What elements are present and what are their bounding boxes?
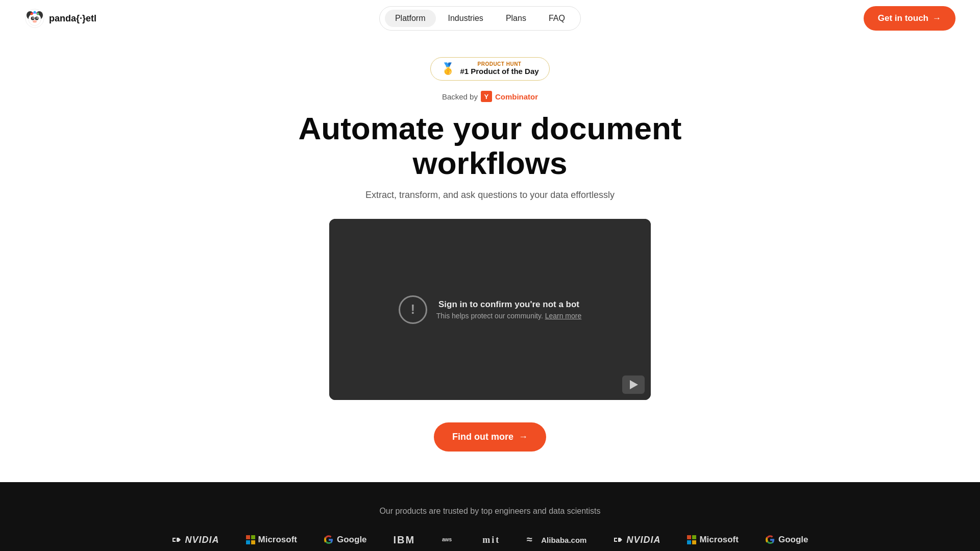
nav-platform[interactable]: Platform xyxy=(385,10,436,27)
video-player[interactable]: ! Sign in to confirm you're not a bot Th… xyxy=(329,219,651,399)
video-container[interactable]: ! Sign in to confirm you're not a bot Th… xyxy=(329,219,651,399)
trusted-section: Our products are trusted by top engineer… xyxy=(0,482,980,551)
svg-point-7 xyxy=(37,17,38,18)
play-triangle-icon xyxy=(630,380,638,389)
nav-links: Platform Industries Plans FAQ xyxy=(379,6,581,31)
aws-logo: aws xyxy=(442,535,456,544)
alibaba-logo: ≈ Alibaba.com xyxy=(527,535,586,545)
badge-text: PRODUCT HUNT #1 Product of the Day xyxy=(460,62,538,76)
nav-industries[interactable]: Industries xyxy=(438,10,494,27)
nav-faq[interactable]: FAQ xyxy=(538,10,575,27)
nvidia-icon-1 xyxy=(172,535,182,545)
nvidia-logo-1: NVIDIA xyxy=(172,535,219,545)
aws-icon: aws xyxy=(442,535,456,544)
svg-text:aws: aws xyxy=(442,537,452,543)
nav-plans[interactable]: Plans xyxy=(496,10,536,27)
video-sign-in-prompt: ! Sign in to confirm you're not a bot Th… xyxy=(399,295,582,324)
svg-point-6 xyxy=(33,17,34,18)
get-in-touch-button[interactable]: Get in touch → xyxy=(864,6,955,31)
svg-point-3 xyxy=(29,13,41,26)
microsoft-logo-2: Microsoft xyxy=(687,535,739,545)
medal-icon: 🥇 xyxy=(441,62,455,76)
yc-logo-icon: Y xyxy=(481,91,492,102)
trusted-title: Our products are trusted by top engineer… xyxy=(31,507,949,516)
microsoft-icon-1 xyxy=(246,535,255,544)
google-icon-1 xyxy=(324,535,334,545)
video-sign-text: Sign in to confirm you're not a bot This… xyxy=(436,299,582,320)
logo[interactable]: panda{·}etl xyxy=(24,8,96,29)
mit-logo: mit xyxy=(482,535,500,545)
alibaba-icon: ≈ xyxy=(527,535,538,545)
google-logo-1: Google xyxy=(324,535,367,545)
navbar: panda{·}etl Platform Industries Plans FA… xyxy=(0,0,980,37)
arrow-icon: → xyxy=(933,13,941,23)
logo-text: panda{·}etl xyxy=(49,13,96,24)
microsoft-icon-2 xyxy=(687,535,696,544)
google-logo-2: Google xyxy=(765,535,808,545)
hero-section: 🥇 PRODUCT HUNT #1 Product of the Day Bac… xyxy=(0,37,980,482)
panda-logo-icon xyxy=(24,8,45,29)
find-out-more-button[interactable]: Find out more → xyxy=(434,422,546,452)
alert-circle-icon: ! xyxy=(399,295,427,324)
svg-point-10 xyxy=(37,13,39,15)
svg-point-11 xyxy=(33,20,37,23)
google-icon-2 xyxy=(765,535,775,545)
hero-title: Automate your document workflows xyxy=(260,111,720,181)
hero-subtitle: Extract, transform, and ask questions to… xyxy=(365,190,615,201)
ibm-logo: IBM xyxy=(394,534,415,546)
video-play-button[interactable] xyxy=(622,375,645,394)
learn-more-link[interactable]: Learn more xyxy=(545,312,582,320)
svg-point-8 xyxy=(31,13,33,15)
svg-text:≈: ≈ xyxy=(527,535,532,545)
backed-by: Backed by Y Combinator xyxy=(442,91,538,102)
product-hunt-badge[interactable]: 🥇 PRODUCT HUNT #1 Product of the Day xyxy=(430,57,549,81)
nvidia-logo-2: NVIDIA xyxy=(613,535,660,545)
svg-point-9 xyxy=(34,11,36,14)
microsoft-logo-1: Microsoft xyxy=(246,535,298,545)
nvidia-icon-2 xyxy=(613,535,623,545)
arrow-icon: → xyxy=(519,432,528,442)
company-logos: NVIDIA Microsoft Google IBM aws mit xyxy=(31,534,949,546)
